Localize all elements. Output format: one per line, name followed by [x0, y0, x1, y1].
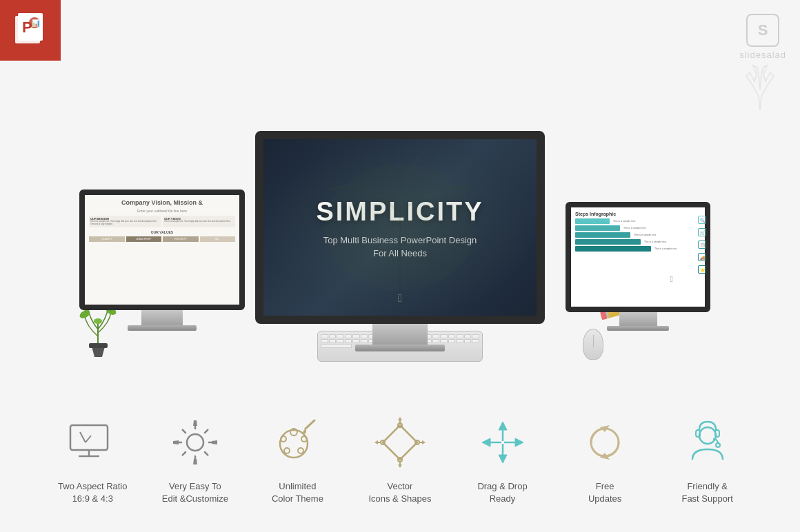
right-base [607, 326, 669, 331]
right-slide-content: Steps Infographic This is a sample text.… [571, 207, 705, 307]
vision-box: OUR VISION This is a sample text. You si… [163, 216, 235, 227]
svg-point-29 [284, 448, 290, 453]
monitor-icon [65, 415, 120, 470]
feature-vector: VectorIcons & Shapes [355, 411, 445, 505]
palette-icon-wrap [266, 411, 328, 473]
step-bar-4 [575, 239, 641, 245]
center-stand [372, 324, 428, 345]
svg-line-22 [80, 432, 86, 442]
mission-text: This is a sample text. You simply add yo… [90, 221, 160, 226]
feature-vector-label: VectorIcons & Shapes [368, 480, 431, 505]
shapes-icon [372, 415, 428, 470]
svg-marker-42 [422, 440, 426, 444]
drag-icon [475, 415, 530, 470]
step-row-4: This is a sample text. [575, 239, 701, 245]
mouse [583, 329, 603, 360]
slidesalad-logo: S slidesalad [739, 14, 786, 60]
monitor-right: Steps Infographic This is a sample text.… [566, 202, 710, 331]
right-screen: Steps Infographic This is a sample text.… [566, 202, 710, 312]
svg-point-55 [699, 427, 716, 444]
left-stand [141, 310, 183, 325]
value-quality: QUALITY [89, 236, 125, 242]
svg-point-25 [280, 430, 308, 458]
palette-icon [270, 415, 325, 470]
left-slide-content: Company Vision, Mission & Enter your sub… [85, 195, 239, 305]
step-bar-3 [575, 232, 630, 238]
step-text-2: This is a sample text. [623, 227, 646, 229]
mouse-line [593, 335, 594, 347]
left-slide-title: Company Vision, Mission & [89, 199, 235, 206]
mission-grid: OUR MISSION This is a sample text. You s… [89, 216, 235, 227]
svg-point-58 [716, 443, 720, 447]
step-bar-2 [575, 225, 620, 231]
left-screen: Company Vision, Mission & Enter your sub… [79, 190, 245, 310]
step-text-3: This is a sample text. [634, 234, 657, 236]
feature-edit: Very Easy ToEdit &Customize [150, 411, 240, 505]
svg-marker-32 [383, 425, 417, 460]
values-title: OUR VALUES [89, 230, 235, 234]
support-icon [680, 415, 735, 470]
values-row: QUALITY LEADERSHIP INTEGRITY PA... [89, 236, 235, 242]
feature-updates: FreeUpdates [560, 411, 650, 505]
feature-color: UnlimitedColor Theme [252, 411, 342, 505]
svg-marker-44 [374, 440, 378, 444]
step-text-4: This is a sample text. [644, 241, 667, 243]
gear-icon-wrap [164, 411, 226, 473]
value-extra: PA... [200, 236, 236, 242]
left-base [128, 325, 197, 331]
mission-box: OUR MISSION This is a sample text. You s… [89, 216, 161, 227]
step-row-3: This is a sample text. [575, 232, 701, 238]
monitor-center: SIMPLICITY Top Multi Business PowerPoint… [255, 131, 545, 351]
feature-aspect-ratio: Two Aspect Ratio16:9 & 4:3 [48, 411, 137, 505]
center-base [355, 345, 445, 351]
apple-logo-center:  [398, 292, 402, 305]
step-text-5: This is a sample text. [654, 247, 677, 250]
monitor-icon-wrap [61, 411, 123, 473]
refresh-icon-wrap [574, 411, 636, 473]
step-icons: 🔍 🛒 📋 🚚 ⭐ [698, 216, 706, 274]
feature-support: Friendly &Fast Support [663, 411, 752, 505]
value-leadership: LEADERSHIP [126, 236, 162, 242]
drag-icon-wrap [472, 411, 534, 473]
step-row-5: This is a sample text. [575, 246, 701, 252]
features-section: Two Aspect Ratio16:9 & 4:3 Very Easy ToE… [0, 398, 800, 532]
step-text-1: This is a sample text. [613, 220, 636, 223]
shapes-icon-wrap [369, 411, 431, 473]
gear-icon [168, 415, 223, 470]
infographic-title: Steps Infographic [575, 212, 701, 216]
infographic-steps: This is a sample text. This is a sample … [575, 218, 701, 252]
feature-drag: Drag & DropReady [458, 411, 548, 505]
svg-marker-49 [482, 438, 490, 447]
vision-text: This is a sample text. You simply add yo… [164, 221, 234, 223]
feature-drag-label: Drag & DropReady [477, 480, 527, 505]
svg-text:📊: 📊 [32, 19, 41, 28]
monitor-left: Company Vision, Mission & Enter your sub… [79, 190, 245, 331]
monitors-section: Company Vision, Mission & Enter your sub… [0, 55, 800, 372]
right-stand [619, 312, 657, 326]
svg-rect-57 [715, 430, 719, 437]
support-icon-wrap [677, 411, 739, 473]
step-row-1: This is a sample text. [575, 218, 701, 224]
svg-marker-51 [515, 438, 523, 447]
svg-marker-45 [499, 422, 507, 430]
feature-aspect-ratio-label: Two Aspect Ratio16:9 & 4:3 [58, 480, 127, 505]
step-bar-5 [575, 246, 651, 252]
svg-line-23 [86, 436, 91, 442]
apple-logo-right:  [670, 274, 673, 284]
step-row-2: This is a sample text. [575, 225, 701, 231]
svg-line-31 [306, 420, 314, 429]
ppt-logo-text: P 📊 [12, 10, 48, 51]
refresh-icon [577, 415, 632, 470]
svg-marker-43 [398, 464, 402, 468]
step-bar-1 [575, 218, 610, 224]
svg-rect-7 [89, 343, 108, 348]
feature-support-label: Friendly &Fast Support [681, 480, 732, 505]
feature-edit-label: Very Easy ToEdit &Customize [162, 480, 228, 505]
feature-color-label: UnlimitedColor Theme [272, 480, 323, 505]
left-slide-subtitle: Enter your subhead tile line here [89, 209, 235, 213]
slidesalad-s-icon: S [746, 14, 779, 47]
svg-marker-41 [398, 417, 402, 420]
ppt-logo: P 📊 [0, 0, 61, 61]
feature-updates-label: FreeUpdates [588, 480, 621, 505]
value-integrity: INTEGRITY [163, 236, 199, 242]
